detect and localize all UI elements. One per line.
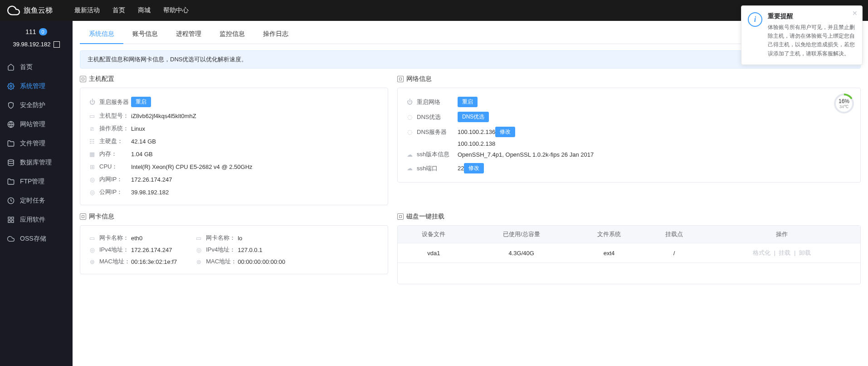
restart-server-label: 重启服务器 xyxy=(99,98,131,106)
disk-dev: vda1 xyxy=(398,243,470,263)
nic-mac-value: 00:00:00:00:00:00 xyxy=(238,258,285,265)
disk-th-fs: 文件系统 xyxy=(573,226,645,243)
dns-modify-button[interactable]: 修改 xyxy=(495,127,515,137)
host-config-panel: ⏻ 重启服务器 重启 ▭ 主机型号： iZ8vb62jf4kqs4l5klt0m… xyxy=(80,88,388,205)
nav-activity[interactable]: 最新活动 xyxy=(74,1,100,20)
dns-server-value-2: 100.100.2.138 xyxy=(458,139,852,148)
disk-mount-title: 磁盘一键挂载 xyxy=(397,213,861,221)
globe-icon xyxy=(7,121,15,128)
ssh-port-modify-button[interactable]: 修改 xyxy=(464,163,484,173)
restart-net-button[interactable]: 重启 xyxy=(458,97,478,107)
nav-mall[interactable]: 商城 xyxy=(138,1,151,20)
content-area: 系统信息 账号信息 进程管理 监控信息 操作日志 主机配置信息和网络网卡信息，D… xyxy=(73,21,868,366)
sidebar-item-security[interactable]: 安全防护 xyxy=(0,96,73,115)
dns-server-icon: ◌ xyxy=(406,129,413,136)
ssh-port-icon: ☁ xyxy=(406,165,413,172)
shield-icon xyxy=(7,102,15,109)
mem-value: 1.04 GB xyxy=(131,151,153,158)
dns-server-label: DNS服务器 xyxy=(417,128,458,136)
clock-icon xyxy=(7,197,15,204)
power-icon: ⏻ xyxy=(406,99,413,106)
disk-th-usage: 已使用/总容量 xyxy=(470,226,573,243)
sidebar-item-files[interactable]: 文件管理 xyxy=(0,134,73,153)
sidebar-item-label: 系统管理 xyxy=(20,82,45,90)
disk-mount-button[interactable]: 挂载 xyxy=(779,249,790,256)
nav-help[interactable]: 帮助中心 xyxy=(163,1,189,20)
svg-rect-6 xyxy=(11,217,14,219)
mem-label: 内存： xyxy=(99,150,131,158)
tab-process[interactable]: 进程管理 xyxy=(167,25,210,44)
host-name: 111 0 xyxy=(0,26,73,37)
mac-icon: ⊚ xyxy=(195,258,202,265)
location-icon: ◎ xyxy=(88,176,96,183)
disk-table: 设备文件 已使用/总容量 文件系统 挂载点 操作 vda1 4.3G/40G xyxy=(398,226,860,263)
sidebar-item-apps[interactable]: 应用软件 xyxy=(0,210,73,229)
cloud-icon xyxy=(7,235,15,242)
disk-label: 主硬盘： xyxy=(99,137,131,145)
tab-monitor[interactable]: 监控信息 xyxy=(210,25,254,44)
notification-popup: i 重要提醒 体验账号所有用户可见，并且禁止删除主机，请勿在体验账号上绑定您自己… xyxy=(741,5,863,65)
panel-icon xyxy=(397,213,404,220)
model-label: 主机型号： xyxy=(99,112,131,120)
sidebar-item-oss[interactable]: OSS存储 xyxy=(0,229,73,248)
usage-gauge: 16% 34℃ xyxy=(834,94,854,114)
dns-opt-button[interactable]: DNS优选 xyxy=(458,112,489,122)
disk-usage: 4.3G/40G xyxy=(470,243,573,263)
restart-net-label: 重启网络 xyxy=(417,98,458,106)
sidebar-item-website[interactable]: 网站管理 xyxy=(0,115,73,134)
dns-icon: ◌ xyxy=(406,114,413,121)
dns-opt-label: DNS优选 xyxy=(417,113,458,121)
disk-th-op: 操作 xyxy=(703,226,860,243)
private-ip-value: 172.26.174.247 xyxy=(131,176,172,183)
disk-mount-panel: 设备文件 已使用/总容量 文件系统 挂载点 操作 vda1 4.3G/40G xyxy=(397,225,861,284)
monitor-icon: ⎚ xyxy=(88,125,96,132)
restart-server-button[interactable]: 重启 xyxy=(131,97,151,107)
sidebar-item-database[interactable]: 数据库管理 xyxy=(0,153,73,172)
database-icon xyxy=(7,159,15,166)
os-label: 操作系统： xyxy=(99,124,131,133)
nic-mac-label: MAC地址： xyxy=(99,257,131,266)
close-icon[interactable]: ✕ xyxy=(852,10,858,17)
ssh-port-value: 22 xyxy=(458,165,464,172)
server-icon: ▭ xyxy=(88,112,96,119)
tab-account[interactable]: 账号信息 xyxy=(123,25,167,44)
disk-unmount-button[interactable]: 卸载 xyxy=(799,249,811,256)
disk-row: vda1 4.3G/40G ext4 / 格式化 | 挂载 | 卸载 xyxy=(398,243,860,263)
panel-icon xyxy=(80,76,86,82)
memory-icon: ▦ xyxy=(88,150,96,158)
sidebar: 111 0 39.98.192.182 首页 系统管理 安全防护 xyxy=(0,21,73,366)
sidebar-item-label: 首页 xyxy=(20,63,33,71)
disk-icon: ☷ xyxy=(88,138,96,145)
host-ip[interactable]: 39.98.192.182 xyxy=(0,37,73,51)
public-ip-value: 39.98.192.182 xyxy=(131,189,169,196)
nic-name-value: eth0 xyxy=(131,235,142,242)
top-nav: 最新活动 首页 商城 帮助中心 xyxy=(74,1,189,20)
nic-name-label: 网卡名称： xyxy=(206,234,238,242)
nic-info-title: 网卡信息 xyxy=(80,213,388,221)
nav-home[interactable]: 首页 xyxy=(112,1,125,20)
nic-ip-label: IPv4地址： xyxy=(206,246,238,254)
sidebar-item-cron[interactable]: 定时任务 xyxy=(0,191,73,210)
disk-th-mount: 挂载点 xyxy=(645,226,703,243)
sidebar-item-ftp[interactable]: FTP管理 xyxy=(0,172,73,191)
tab-oplog[interactable]: 操作日志 xyxy=(254,25,297,44)
nic-info-panel: ▭ 网卡名称： eth0 ◎ IPv4地址： 172.26.174.247 ⊚ xyxy=(80,225,388,274)
sidebar-item-system[interactable]: 系统管理 xyxy=(0,77,73,96)
sidebar-item-home[interactable]: 首页 xyxy=(0,58,73,77)
folder-open-icon xyxy=(7,178,15,185)
sidebar-item-label: 定时任务 xyxy=(20,197,45,205)
nic-mac-value: 00:16:3e:02:1e:f7 xyxy=(131,258,177,265)
folder-icon xyxy=(7,140,15,147)
nic-mac-label: MAC地址： xyxy=(206,257,238,266)
tab-system[interactable]: 系统信息 xyxy=(80,25,123,44)
sidebar-item-label: 文件管理 xyxy=(20,139,45,148)
dns-server-value-1: 100.100.2.136 xyxy=(458,129,495,135)
svg-rect-5 xyxy=(8,217,10,219)
ssh-icon: ☁ xyxy=(406,151,413,158)
sidebar-item-label: 应用软件 xyxy=(20,216,45,224)
nic-name-value: lo xyxy=(238,235,242,242)
public-ip-label: 公网IP： xyxy=(99,188,131,196)
cpu-value: Intel(R) Xeon(R) CPU E5-2682 v4 @ 2.50GH… xyxy=(131,163,253,170)
brand-logo[interactable]: 旗鱼云梯 xyxy=(7,4,53,17)
disk-format-button[interactable]: 格式化 xyxy=(753,249,770,256)
